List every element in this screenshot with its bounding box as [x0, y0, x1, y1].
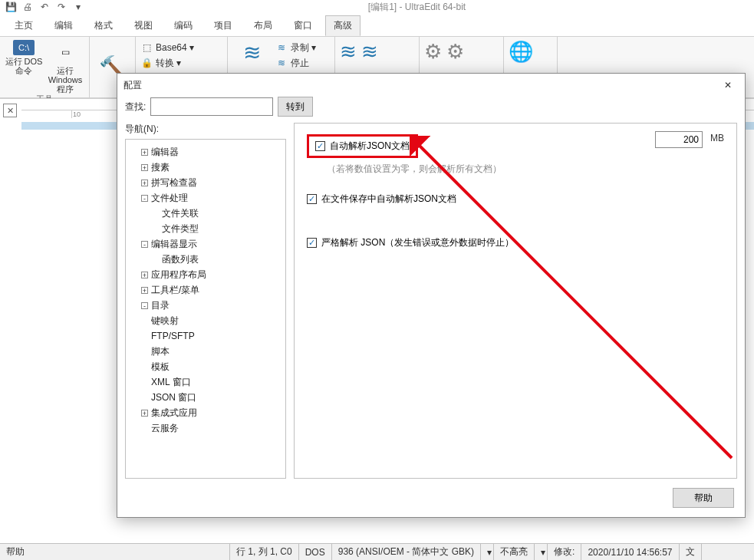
- svg-line-0: [416, 142, 732, 458]
- tree-item[interactable]: FTP/SFTP: [141, 328, 281, 344]
- terminal-icon: C:\: [13, 40, 35, 55]
- print-icon[interactable]: 🖨: [21, 1, 34, 13]
- ribbon-tab-1[interactable]: 编辑: [46, 15, 81, 36]
- ribbon-group-tools: C:\ 运行 DOS 命令 ▭ 运行 Windows 程序 工具: [0, 37, 90, 97]
- help-button[interactable]: 帮助: [673, 488, 734, 508]
- ribbon-tab-8[interactable]: 高级: [325, 15, 361, 36]
- run-windows-button[interactable]: ▭ 运行 Windows 程序: [46, 40, 84, 94]
- size-input[interactable]: [655, 131, 703, 148]
- tree-item[interactable]: -目录: [141, 298, 281, 313]
- stop-icon: ≋: [275, 57, 288, 69]
- gear-icon-2[interactable]: ⚙: [446, 40, 464, 64]
- ribbon-tab-0[interactable]: 主页: [6, 15, 41, 36]
- windows-run-icon: ▭: [53, 40, 77, 64]
- tree-item[interactable]: +搜素: [141, 160, 281, 175]
- config-panel: 自动解析JSON文档 MB （若将数值设置为零，则会解析所有文档） 在文件保存中…: [294, 123, 737, 479]
- tree-item[interactable]: 函数列表: [152, 252, 281, 267]
- dialog-titlebar: 配置 ✕: [117, 74, 745, 97]
- ribbon-tab-4[interactable]: 编码: [166, 15, 201, 36]
- parse-on-save-label: 在文件保存中自动解析JSON文档: [321, 193, 456, 206]
- status-encoding[interactable]: 936 (ANSI/OEM - 简体中文 GBK): [332, 544, 481, 560]
- search-label: 查找:: [125, 100, 146, 114]
- status-bar: 帮助 行 1, 列 1, C0 DOS 936 (ANSI/OEM - 简体中文…: [0, 543, 754, 560]
- status-help: 帮助: [0, 544, 230, 560]
- tree-item[interactable]: 文件类型: [152, 221, 281, 236]
- record-button[interactable]: ≋录制 ▾: [275, 40, 316, 55]
- status-highlight[interactable]: 不高亮: [494, 544, 535, 560]
- run-dos-button[interactable]: C:\ 运行 DOS 命令: [5, 40, 43, 94]
- tree-item[interactable]: 云服务: [141, 420, 281, 436]
- tree-item[interactable]: +拼写检查器: [141, 175, 281, 190]
- tree-item[interactable]: -编辑器显示函数列表: [141, 236, 281, 267]
- encoding-dropdown[interactable]: ▾: [481, 544, 494, 560]
- nav-label: 导航(N):: [125, 123, 286, 139]
- lock-icon: 🔒: [140, 57, 153, 69]
- stop-button[interactable]: ≋停止: [275, 55, 316, 71]
- tree-item[interactable]: +集成式应用: [141, 405, 281, 420]
- search-row: 查找: 转到: [125, 97, 737, 117]
- parse-on-save-checkbox[interactable]: [307, 194, 317, 204]
- status-file: 文: [680, 544, 702, 560]
- annotation-arrow: [410, 136, 739, 466]
- window-title: [编辑1] - UltraEdit 64-bit: [84, 1, 749, 14]
- tree-item[interactable]: 模板: [141, 359, 281, 374]
- ribbon-tab-2[interactable]: 格式: [86, 15, 121, 36]
- tree-item[interactable]: +编辑器: [141, 144, 281, 160]
- status-line-ending[interactable]: DOS: [299, 544, 332, 560]
- tree-item[interactable]: 文件关联: [152, 206, 281, 221]
- gear-icon-1[interactable]: ⚙: [424, 40, 442, 64]
- ribbon-tab-7[interactable]: 窗口: [285, 15, 321, 36]
- hint-text: （若将数值设置为零，则会解析所有文档）: [327, 163, 724, 176]
- record-icon: ≋: [275, 41, 288, 54]
- ribbon-tabs: 主页编辑格式视图编码项目布局窗口高级: [0, 14, 754, 37]
- tree-item[interactable]: JSON 窗口: [141, 390, 281, 405]
- tree-item[interactable]: 脚本: [141, 344, 281, 359]
- globe-icon[interactable]: 🌐: [509, 40, 533, 64]
- base64-button[interactable]: ⬚Base64 ▾: [140, 40, 222, 55]
- close-icon[interactable]: ✕: [717, 77, 739, 94]
- config-dialog: 配置 ✕ 查找: 转到 导航(N): +编辑器+搜素+拼写检查器-文件处理文件关…: [117, 73, 746, 518]
- tree-item[interactable]: +工具栏/菜单: [141, 282, 281, 298]
- macro-play-button[interactable]: ≋: [232, 40, 271, 64]
- ribbon-tab-3[interactable]: 视图: [126, 15, 161, 36]
- auto-parse-label: 自动解析JSON文档: [330, 140, 410, 153]
- size-unit: MB: [710, 133, 724, 143]
- strict-parse-label: 严格解析 JSON（发生错误或意外数据时停止）: [321, 236, 514, 249]
- dialog-title-text: 配置: [123, 79, 142, 92]
- dropdown-icon[interactable]: ▾: [72, 1, 84, 13]
- search-input[interactable]: [150, 97, 273, 116]
- goto-button[interactable]: 转到: [278, 97, 313, 117]
- highlight-dropdown[interactable]: ▾: [535, 544, 548, 560]
- undo-icon[interactable]: ↶: [38, 1, 51, 13]
- tree-item[interactable]: +应用程序布局: [141, 267, 281, 282]
- ribbon-tab-5[interactable]: 项目: [206, 15, 241, 36]
- redo-icon[interactable]: ↷: [55, 1, 67, 13]
- macro-play-icon: ≋: [239, 40, 264, 64]
- title-bar: 💾 🖨 ↶ ↷ ▾ [编辑1] - UltraEdit 64-bit: [0, 0, 754, 14]
- script-icon-2[interactable]: ≋: [361, 40, 378, 64]
- script-icon-1[interactable]: ≋: [340, 40, 357, 64]
- save-icon[interactable]: 💾: [5, 1, 17, 13]
- status-position: 行 1, 列 1, C0: [230, 544, 299, 560]
- tree-item[interactable]: -文件处理文件关联文件类型: [141, 190, 281, 236]
- auto-parse-checkbox[interactable]: [315, 141, 325, 151]
- ribbon-tab-6[interactable]: 布局: [245, 15, 281, 36]
- auto-parse-highlight: 自动解析JSON文档: [307, 134, 418, 158]
- convert-button[interactable]: 🔒转换 ▾: [140, 55, 222, 71]
- close-doc-tab[interactable]: ✕: [3, 104, 17, 117]
- tree-item[interactable]: XML 窗口: [141, 374, 281, 390]
- base64-icon: ⬚: [140, 41, 153, 54]
- status-timestamp: 2020/11/10 14:56:57: [581, 544, 679, 560]
- status-modified-label: 修改:: [548, 544, 581, 560]
- tree-item[interactable]: 键映射: [141, 313, 281, 328]
- nav-tree[interactable]: +编辑器+搜素+拼写检查器-文件处理文件关联文件类型-编辑器显示函数列表+应用程…: [125, 139, 286, 479]
- strict-parse-checkbox[interactable]: [307, 238, 317, 248]
